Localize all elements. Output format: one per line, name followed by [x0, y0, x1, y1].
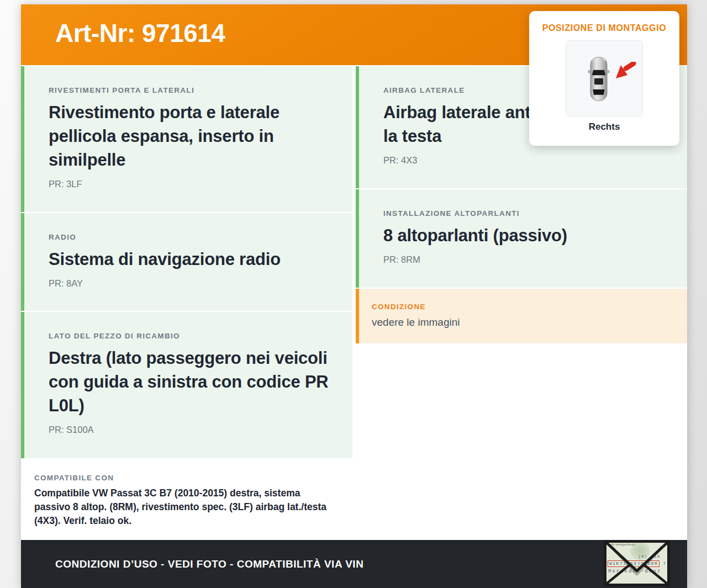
- card-label: INSTALLAZIONE ALTOPARLANTI: [383, 209, 671, 218]
- pr-code: PR: S100A: [49, 425, 336, 435]
- card-label: RIVESTIMENTI PORTA E LATERALI: [49, 86, 336, 94]
- mounting-position-label: POSIZIONE DI MONTAGGIO: [529, 23, 679, 33]
- red-arrow-icon: [614, 62, 637, 81]
- card-title: Sistema di navigazione radio: [49, 247, 336, 271]
- mounting-position-value: Rechts: [529, 121, 679, 133]
- left-column: RIVESTIMENTI PORTA E LATERALI Rivestimen…: [21, 66, 352, 538]
- card-label: COMPATIBILE CON: [34, 474, 337, 482]
- car-top-view-icon: [586, 56, 611, 102]
- spec-card-lato: LATO DEL PEZZO DI RICAMBIO Destra (lato …: [21, 312, 352, 458]
- envelope-icon: [604, 540, 670, 586]
- card-title: Destra (lato passeggero nei veicoli con …: [49, 346, 336, 417]
- article-number: Art-Nr: 971614: [55, 18, 225, 48]
- pr-code: PR: 8RM: [383, 255, 671, 265]
- footer-text: CONDIZIONI D’USO - VEDI FOTO - COMPATIBI…: [55, 558, 363, 570]
- pr-code: PR: 3LF: [49, 179, 336, 189]
- spec-card-radio: RADIO Sistema di navigazione radio PR: 8…: [21, 213, 352, 311]
- condition-card: CONDIZIONE vedere le immagini: [356, 289, 687, 343]
- pr-code: PR: 8AY: [49, 278, 336, 289]
- card-label: RADIO: [49, 233, 336, 241]
- car-image-box: [566, 40, 643, 116]
- vehicle-document-thumbnail: Fahrzeugschein |4| AiA W1K71463J3129R 7 …: [604, 540, 670, 586]
- card-label: LATO DEL PEZZO DI RICAMBIO: [49, 332, 336, 340]
- pr-code: PR: 4X3: [383, 155, 671, 166]
- listing-sheet: Art-Nr: 971614 RIVESTIMENTI PORTA E LATE…: [21, 4, 687, 588]
- compatibility-text: Compatibile VW Passat 3C B7 (2010-2015) …: [34, 486, 337, 528]
- spec-card-altoparlanti: INSTALLAZIONE ALTOPARLANTI 8 altoparlant…: [356, 189, 687, 288]
- condition-label: CONDIZIONE: [372, 303, 674, 311]
- card-title: 8 altoparlanti (passivo): [383, 224, 671, 247]
- condition-text: vedere le immagini: [372, 316, 674, 329]
- mounting-position-card: POSIZIONE DI MONTAGGIO: [529, 11, 679, 146]
- footer-bar: CONDIZIONI D’USO - VEDI FOTO - COMPATIBI…: [21, 540, 687, 588]
- compatibility-card: COMPATIBILE CON Compatibile VW Passat 3C…: [21, 459, 352, 538]
- spec-card-rivestimenti: RIVESTIMENTI PORTA E LATERALI Rivestimen…: [21, 66, 352, 212]
- card-title: Rivestimento porta e laterale pellicola …: [49, 100, 336, 172]
